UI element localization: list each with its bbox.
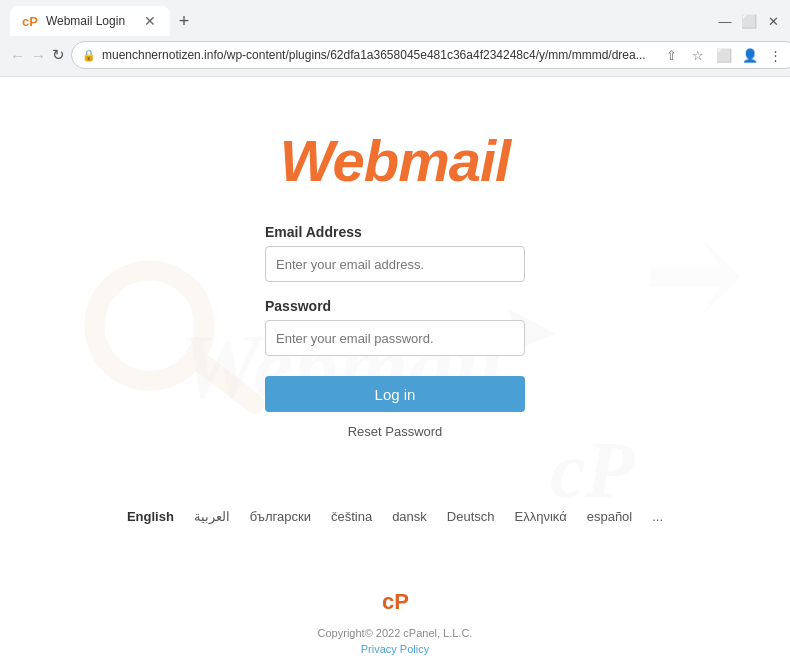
login-button[interactable]: Log in bbox=[265, 376, 525, 412]
password-form-group: Password bbox=[265, 298, 525, 356]
privacy-policy-link[interactable]: Privacy Policy bbox=[361, 643, 429, 655]
login-container: Webmail Email Address Password Log in Re… bbox=[0, 77, 790, 479]
address-bar-row: ← → ↻ 🔒 muenchnernotizen.info/wp-content… bbox=[0, 36, 790, 76]
share-button[interactable]: ⇧ bbox=[660, 43, 684, 67]
bookmark-button[interactable]: ☆ bbox=[686, 43, 710, 67]
lang-da[interactable]: dansk bbox=[392, 509, 427, 524]
language-bar: English العربية български čeština dansk … bbox=[107, 499, 683, 534]
forward-button[interactable]: → bbox=[31, 42, 46, 68]
lang-ar[interactable]: العربية bbox=[194, 509, 230, 524]
reload-button[interactable]: ↻ bbox=[52, 42, 65, 68]
page-footer: cP Copyright© 2022 cPanel, L.L.C. Privac… bbox=[318, 569, 473, 670]
cpanel-logo-icon: cP bbox=[380, 585, 410, 621]
webmail-logo: Webmail bbox=[280, 127, 510, 194]
menu-button[interactable]: ⋮ bbox=[764, 43, 788, 67]
svg-text:cP: cP bbox=[382, 589, 409, 614]
profile-button[interactable]: 👤 bbox=[738, 43, 762, 67]
email-label: Email Address bbox=[265, 224, 525, 240]
tab-title: Webmail Login bbox=[46, 14, 125, 28]
title-bar: cP Webmail Login ✕ + — ⬜ ✕ bbox=[0, 0, 790, 36]
window-controls: — ⬜ ✕ bbox=[718, 14, 780, 28]
browser-chrome: cP Webmail Login ✕ + — ⬜ ✕ ← → ↻ 🔒 muenc… bbox=[0, 0, 790, 77]
lang-es[interactable]: español bbox=[587, 509, 633, 524]
lang-more[interactable]: ... bbox=[652, 509, 663, 524]
back-button[interactable]: ← bbox=[10, 42, 25, 68]
lang-el[interactable]: Ελληνικά bbox=[515, 509, 567, 524]
lang-cs[interactable]: čeština bbox=[331, 509, 372, 524]
browser-tab[interactable]: cP Webmail Login ✕ bbox=[10, 6, 170, 36]
address-actions: ⇧ ☆ ⬜ 👤 ⋮ bbox=[660, 43, 788, 67]
close-button[interactable]: ✕ bbox=[766, 14, 780, 28]
lang-de[interactable]: Deutsch bbox=[447, 509, 495, 524]
email-input[interactable] bbox=[265, 246, 525, 282]
tab-button[interactable]: ⬜ bbox=[712, 43, 736, 67]
restore-button[interactable]: ⬜ bbox=[742, 14, 756, 28]
email-form-group: Email Address bbox=[265, 224, 525, 282]
password-label: Password bbox=[265, 298, 525, 314]
tab-close-button[interactable]: ✕ bbox=[142, 13, 158, 29]
new-tab-button[interactable]: + bbox=[170, 7, 198, 35]
footer-copyright: Copyright© 2022 cPanel, L.L.C. bbox=[318, 625, 473, 643]
password-input[interactable] bbox=[265, 320, 525, 356]
lang-en[interactable]: English bbox=[127, 509, 174, 524]
url-text: muenchnernotizen.info/wp-content/plugins… bbox=[102, 48, 646, 62]
lock-icon: 🔒 bbox=[82, 49, 96, 62]
lang-bg[interactable]: български bbox=[250, 509, 311, 524]
reset-password-link[interactable]: Reset Password bbox=[348, 424, 443, 439]
minimize-button[interactable]: — bbox=[718, 14, 732, 28]
address-bar[interactable]: 🔒 muenchnernotizen.info/wp-content/plugi… bbox=[71, 41, 790, 69]
tab-favicon: cP bbox=[22, 14, 38, 29]
page-content: Webmail cP ➤ Webmail Email Address Passw… bbox=[0, 77, 790, 670]
